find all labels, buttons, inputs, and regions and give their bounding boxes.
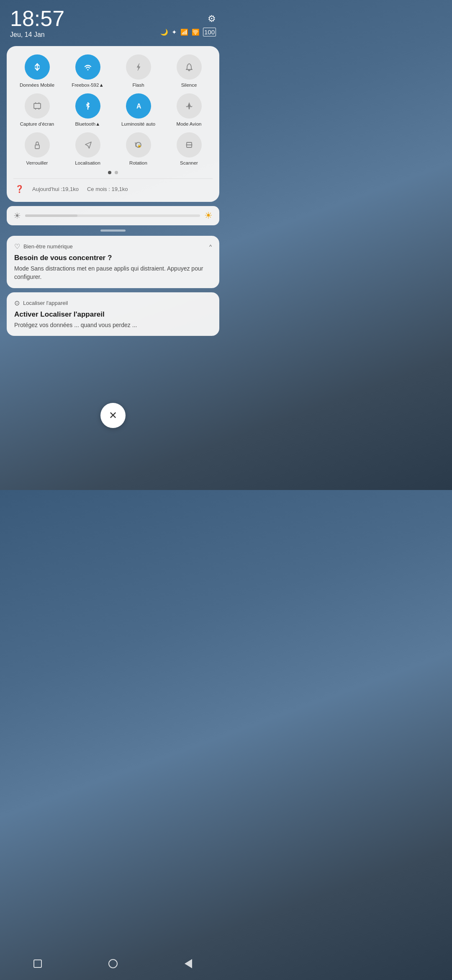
localiser-title: Activer Localiser l'appareil: [14, 310, 212, 319]
svg-text:🔒: 🔒: [137, 143, 141, 147]
drag-handle: [100, 230, 126, 232]
quick-item-mobile-data[interactable]: Données Mobile: [13, 54, 61, 88]
quick-circle-flash: [126, 54, 151, 80]
quick-item-screenshot[interactable]: Capture d'écran: [13, 93, 61, 127]
settings-icon[interactable]: ⚙: [208, 13, 216, 24]
quick-label-auto-brightness: Luminosité auto: [121, 121, 155, 127]
quick-circle-screenshot: [25, 93, 50, 119]
quick-label-lock: Verrouiller: [26, 160, 48, 166]
quick-label-bluetooth: Bluetooth▲: [75, 121, 100, 127]
bien-etre-body: Mode Sans distractions met en pause appl…: [14, 265, 212, 281]
brightness-slider-fill: [25, 214, 77, 217]
divider: [13, 178, 213, 179]
data-usage: ❓ Aujourd'hui :19,1ko Ce mois : 19,1ko: [13, 183, 213, 195]
quick-circle-airplane: [177, 93, 202, 119]
close-button[interactable]: ✕: [100, 403, 126, 428]
quick-label-screenshot: Capture d'écran: [20, 121, 54, 127]
dot-1: [108, 171, 111, 174]
close-icon: ✕: [109, 410, 117, 421]
brightness-high-icon: ☀: [204, 210, 213, 221]
quick-label-silence: Silence: [181, 83, 197, 88]
status-right: ⚙ 🌙 ✦ 📶 🛜 100: [160, 8, 216, 36]
expand-icon-1[interactable]: ^: [209, 243, 212, 250]
notification-localiser[interactable]: ⊙ Localiser l'appareil Activer Localiser…: [7, 292, 219, 336]
quick-label-rotation: Rotation: [129, 160, 147, 166]
localiser-app-name: Localiser l'appareil: [23, 300, 212, 306]
svg-rect-8: [35, 145, 39, 149]
localiser-body: Protégez vos données ... quand vous perd…: [14, 321, 212, 330]
page-dots: [13, 171, 213, 174]
quick-item-wifi[interactable]: Freebox-592▲: [64, 54, 111, 88]
notification-bien-etre[interactable]: ♡ Bien-être numérique ^ Besoin de vous c…: [7, 236, 219, 288]
quick-label-mobile-data: Données Mobile: [20, 83, 54, 88]
status-icons: 🌙 ✦ 📶 🛜 100: [160, 28, 216, 36]
bien-etre-icon: ♡: [14, 242, 20, 250]
quick-item-flash[interactable]: Flash: [115, 54, 162, 88]
quick-item-silence[interactable]: Silence: [165, 54, 213, 88]
data-usage-icon: ❓: [15, 185, 24, 193]
quick-item-lock[interactable]: Verrouiller: [13, 132, 61, 166]
signal-icon: 📶: [180, 28, 188, 36]
quick-item-scanner[interactable]: Scanner: [165, 132, 213, 166]
wifi-status-icon: 🛜: [192, 28, 200, 36]
quick-circle-lock: [25, 132, 50, 157]
status-bar: 18:57 Jeu, 14 Jan ⚙ 🌙 ✦ 📶 🛜 100: [0, 0, 226, 42]
quick-label-airplane: Mode Avion: [177, 121, 202, 127]
battery-icon: 100: [203, 28, 216, 36]
quick-circle-auto-brightness: A: [126, 93, 151, 119]
quick-circle-scanner: [177, 132, 202, 157]
brightness-low-icon: ☀: [13, 211, 21, 221]
quick-circle-silence: [177, 54, 202, 80]
quick-item-auto-brightness[interactable]: A Luminosité auto: [115, 93, 162, 127]
quick-circle-mobile-data: [25, 54, 50, 80]
date-display: Jeu, 14 Jan: [10, 31, 64, 39]
moon-icon: 🌙: [160, 28, 168, 36]
quick-settings-panel: Données Mobile Freebox-592▲ Flash Silenc…: [7, 46, 219, 202]
notif-header-1: ♡ Bien-être numérique ^: [14, 242, 212, 250]
dot-2: [115, 171, 118, 174]
svg-text:A: A: [136, 103, 141, 110]
quick-item-airplane[interactable]: Mode Avion: [165, 93, 213, 127]
quick-grid: Données Mobile Freebox-592▲ Flash Silenc…: [13, 54, 213, 166]
quick-circle-wifi: [75, 54, 100, 80]
svg-rect-2: [34, 103, 41, 108]
quick-label-scanner: Scanner: [180, 160, 198, 166]
svg-marker-1: [137, 63, 140, 71]
notif-header-2: ⊙ Localiser l'appareil: [14, 299, 212, 307]
bluetooth-status-icon: ✦: [172, 28, 177, 36]
quick-item-bluetooth[interactable]: Bluetooth▲: [64, 93, 111, 127]
status-left: 18:57 Jeu, 14 Jan: [10, 8, 64, 39]
data-usage-today: Aujourd'hui :19,1ko: [32, 186, 79, 192]
quick-circle-location: [75, 132, 100, 157]
quick-label-location: Localisation: [75, 160, 100, 166]
svg-point-0: [87, 69, 88, 70]
brightness-bar[interactable]: ☀ ☀: [7, 206, 219, 225]
data-usage-month: Ce mois : 19,1ko: [87, 186, 128, 192]
bien-etre-title: Besoin de vous concentrer ?: [14, 254, 212, 262]
brightness-slider-track[interactable]: [25, 214, 200, 217]
quick-item-rotation[interactable]: 🔒 Rotation: [115, 132, 162, 166]
quick-circle-rotation: 🔒: [126, 132, 151, 157]
localiser-icon: ⊙: [14, 299, 20, 307]
quick-circle-bluetooth: [75, 93, 100, 119]
quick-item-location[interactable]: Localisation: [64, 132, 111, 166]
quick-label-flash: Flash: [132, 83, 144, 88]
quick-label-wifi: Freebox-592▲: [72, 83, 104, 88]
time-display: 18:57: [10, 8, 64, 29]
bien-etre-app-name: Bien-être numérique: [23, 243, 206, 250]
